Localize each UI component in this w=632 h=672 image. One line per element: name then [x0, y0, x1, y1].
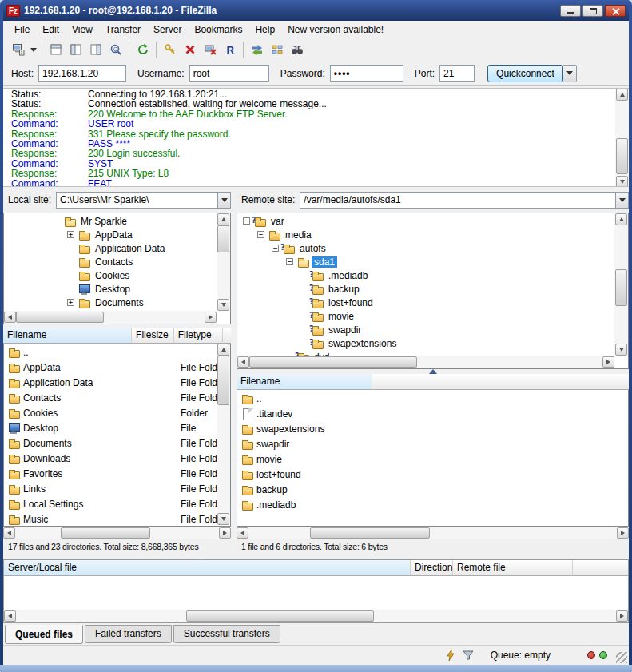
scrollbar-thumb[interactable] [249, 356, 417, 368]
toggle-local-tree-button[interactable] [66, 41, 85, 59]
scroll-right-button[interactable] [219, 527, 231, 539]
local-file-row[interactable]: CookiesFolder [5, 405, 217, 420]
local-file-row[interactable]: DesktopFile [5, 420, 217, 435]
remote-site-path-input[interactable] [300, 192, 615, 209]
scrollbar-thumb[interactable] [16, 312, 104, 323]
remote-file-row[interactable]: .titandev [238, 406, 627, 421]
tab-queued-files[interactable]: Queued files [5, 625, 83, 644]
scroll-up-button[interactable] [616, 89, 628, 101]
quickconnect-dropdown-button[interactable] [563, 65, 577, 82]
remote-list-hscrollbar[interactable] [237, 527, 629, 539]
collapse-icon[interactable]: − [257, 231, 264, 238]
scroll-left-button[interactable] [4, 312, 16, 323]
local-file-row[interactable]: FavoritesFile Folder [5, 466, 217, 481]
lightning-icon[interactable] [444, 649, 457, 662]
toggle-queue-button[interactable]: Q [105, 41, 125, 59]
local-file-row[interactable]: ContactsFile Folder [5, 390, 217, 405]
scrollbar-thumb[interactable] [310, 527, 430, 539]
maximize-button[interactable] [582, 5, 603, 17]
tab-failed-transfers[interactable]: Failed transfers [85, 625, 172, 643]
scroll-left-button[interactable] [237, 356, 249, 368]
scroll-up-button[interactable] [615, 213, 627, 225]
tree-item[interactable]: +AppData [5, 228, 217, 241]
local-file-row[interactable]: MusicFile Folder [5, 511, 217, 525]
local-site-path-input[interactable] [56, 192, 217, 209]
key-button[interactable] [160, 41, 180, 59]
close-button[interactable] [605, 5, 626, 17]
remote-file-row[interactable]: swapdir [238, 436, 627, 451]
scrollbar-thumb[interactable] [186, 610, 374, 622]
expand-icon[interactable]: + [67, 231, 74, 238]
remote-file-row[interactable]: backup [238, 482, 627, 497]
scroll-right-button[interactable] [205, 312, 217, 323]
tree-item[interactable]: ?dvd [238, 350, 614, 356]
disconnect-button[interactable] [200, 41, 220, 59]
synchronized-browsing-button[interactable] [267, 41, 287, 59]
minimize-button[interactable] [560, 5, 581, 17]
tree-item[interactable]: Desktop [5, 282, 217, 296]
scroll-right-button[interactable] [617, 527, 629, 539]
scroll-down-button[interactable] [615, 344, 627, 356]
tree-item[interactable]: Mr Sparkle [5, 214, 217, 228]
tree-item[interactable]: ?swapdir [238, 323, 614, 336]
tree-item[interactable]: Application Data [5, 241, 217, 255]
refresh-button[interactable] [133, 41, 153, 59]
quickconnect-button[interactable]: Quickconnect [487, 65, 563, 82]
menu-edit[interactable]: Edit [36, 22, 66, 38]
username-input[interactable] [189, 65, 269, 82]
tree-item[interactable]: −media [238, 228, 614, 241]
local-tree-vscrollbar[interactable] [217, 213, 230, 311]
menu-new-version-available[interactable]: New version available! [281, 22, 390, 38]
local-tree-hscrollbar[interactable] [4, 311, 217, 324]
menu-file[interactable]: File [8, 22, 36, 38]
tree-item[interactable]: −sda1 [238, 255, 614, 268]
scroll-left-button[interactable] [237, 527, 248, 539]
menu-help[interactable]: Help [248, 22, 281, 38]
scroll-down-button[interactable] [217, 513, 229, 525]
resize-grip[interactable] [616, 652, 627, 663]
scrollbar-thumb[interactable] [61, 527, 150, 539]
tree-item[interactable]: ?.mediadb [238, 268, 614, 282]
column-header-filetype[interactable]: Filetype [174, 328, 223, 344]
scroll-left-button[interactable] [4, 610, 16, 622]
remote-file-row[interactable]: swapextensions [238, 421, 627, 436]
scroll-down-button[interactable] [217, 299, 229, 311]
remote-file-row[interactable]: movie [238, 451, 627, 467]
local-file-row[interactable]: .. [5, 344, 217, 360]
tree-item[interactable]: Contacts [5, 255, 217, 268]
local-file-row[interactable]: DocumentsFile Folder [5, 435, 217, 451]
column-header-remote-file[interactable]: Remote file [453, 560, 573, 576]
message-log-scrollbar[interactable] [615, 89, 629, 187]
toggle-remote-tree-button[interactable] [85, 41, 105, 59]
scroll-right-button[interactable] [602, 356, 614, 368]
find-files-button[interactable] [287, 41, 307, 59]
local-list-vscrollbar[interactable] [217, 344, 230, 525]
reconnect-button[interactable]: R [220, 41, 240, 59]
column-header-filename[interactable]: Filename [3, 328, 132, 344]
scroll-left-button[interactable] [3, 527, 15, 539]
queue-hscrollbar[interactable] [4, 610, 628, 622]
scroll-down-button[interactable] [616, 176, 628, 187]
tree-item[interactable]: Cookies [5, 268, 217, 282]
password-input[interactable] [330, 65, 403, 82]
scrollbar-thumb[interactable] [217, 356, 229, 405]
expand-icon[interactable]: + [67, 299, 74, 306]
collapse-icon[interactable]: − [243, 217, 250, 225]
local-file-row[interactable]: Local SettingsFile Folder [5, 496, 217, 511]
local-file-row[interactable]: AppDataFile Folder [5, 360, 217, 375]
menu-view[interactable]: View [66, 22, 99, 38]
scroll-up-button[interactable] [217, 344, 229, 356]
tree-item[interactable]: ?movie [238, 309, 614, 323]
scrollbar-thumb[interactable] [615, 269, 627, 306]
local-site-dropdown-button[interactable] [217, 192, 231, 209]
tree-item[interactable]: ?lost+found [238, 296, 614, 309]
tree-item[interactable]: −?autofs [238, 241, 614, 255]
host-input[interactable] [38, 65, 126, 82]
menu-transfer[interactable]: Transfer [99, 22, 147, 38]
scrollbar-thumb[interactable] [217, 225, 229, 252]
local-list-hscrollbar[interactable] [3, 527, 231, 539]
tree-item[interactable]: +Documents [5, 296, 217, 309]
tab-successful-transfers[interactable]: Successful transfers [173, 625, 280, 643]
funnel-icon[interactable] [462, 649, 475, 662]
collapse-icon[interactable]: − [272, 245, 279, 252]
